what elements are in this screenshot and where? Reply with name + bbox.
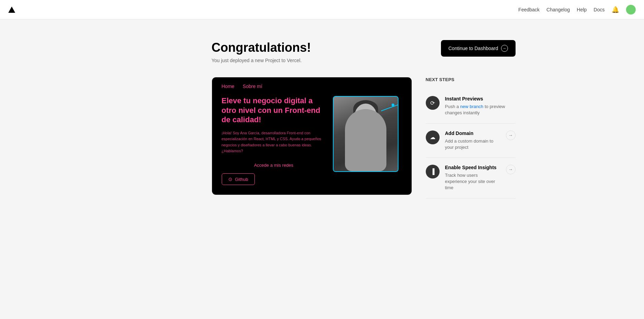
preview-github-button[interactable]: ⊙ Github — [222, 173, 255, 185]
add-domain-arrow-button[interactable]: → — [506, 130, 516, 140]
add-domain-content: Add Domain Add a custom domain to your p… — [445, 130, 500, 151]
preview-heading: Eleve tu negocio digital a otro nivel co… — [222, 96, 326, 125]
preview-nav-home[interactable]: Home — [222, 84, 234, 89]
add-domain-icon-wrap: ☁ — [426, 130, 440, 144]
site-preview-card: Home Sobre mí Eleve tu negocio digital a… — [212, 77, 412, 195]
next-steps-panel: Next Steps ⟳ Instant Previews Push a new… — [426, 77, 516, 198]
add-domain-title: Add Domain — [445, 130, 500, 136]
topnav-logo-area — [8, 7, 15, 13]
step-item-add-domain: ☁ Add Domain Add a custom domain to your… — [426, 124, 516, 158]
next-steps-title: Next Steps — [426, 77, 516, 82]
continue-button-label: Continue to Dashboard — [449, 46, 498, 51]
docs-link[interactable]: Docs — [594, 7, 605, 12]
help-link[interactable]: Help — [577, 7, 587, 12]
preview-image-col — [333, 96, 402, 185]
photo-background — [334, 97, 398, 171]
cyan-line-decoration — [381, 104, 398, 111]
preview-social-link: Accede a mis redes — [222, 163, 326, 168]
step-item-speed-insights: ▐ Enable Speed Insights Track how users … — [426, 158, 516, 199]
feedback-link[interactable]: Feedback — [518, 7, 539, 12]
speed-insights-desc: Track how users experience your site ove… — [445, 172, 500, 191]
preview-photo — [333, 96, 398, 172]
user-avatar[interactable] — [626, 5, 636, 14]
page-subtitle: You just deployed a new Project to Verce… — [212, 58, 311, 63]
instant-previews-content: Instant Previews Push a new branch to pr… — [445, 96, 516, 116]
speed-insights-title: Enable Speed Insights — [445, 165, 500, 170]
title-block: Congratulations! You just deployed a new… — [212, 40, 311, 63]
instant-previews-title: Instant Previews — [445, 96, 516, 102]
instant-previews-icon: ⟳ — [430, 100, 435, 106]
preview-github-label: Github — [235, 177, 248, 182]
vercel-logo-icon — [8, 7, 15, 13]
add-domain-desc: Add a custom domain to your project — [445, 138, 500, 151]
page-header: Congratulations! You just deployed a new… — [212, 40, 516, 63]
preview-nav: Home Sobre mí — [212, 77, 412, 93]
add-domain-cloud-icon: ☁ — [430, 134, 435, 141]
preview-inner: Home Sobre mí Eleve tu negocio digital a… — [212, 77, 412, 195]
new-branch-link[interactable]: new branch — [460, 104, 483, 109]
main-content: Congratulations! You just deployed a new… — [0, 0, 644, 319]
speed-insights-arrow-button[interactable]: → — [506, 165, 516, 174]
preview-text-col: Eleve tu negocio digital a otro nivel co… — [222, 96, 326, 185]
photo-body-shape — [345, 109, 386, 171]
step-item-instant-previews: ⟳ Instant Previews Push a new branch to … — [426, 89, 516, 123]
speed-insights-bar-icon: ▐ — [431, 168, 434, 175]
speed-insights-icon-wrap: ▐ — [426, 165, 440, 178]
continue-arrow-icon: → — [501, 45, 508, 52]
instant-previews-desc: Push a new branch to preview changes ins… — [445, 104, 516, 116]
content-area: Congratulations! You just deployed a new… — [115, 19, 529, 212]
continue-to-dashboard-button[interactable]: Continue to Dashboard → — [441, 40, 516, 57]
preview-description: ¡Hola! Soy Ana García, desarrolladora Fr… — [222, 130, 326, 154]
github-icon: ⊙ — [228, 176, 232, 182]
changelog-link[interactable]: Changelog — [547, 7, 570, 12]
speed-insights-content: Enable Speed Insights Track how users ex… — [445, 165, 500, 191]
two-column-layout: Home Sobre mí Eleve tu negocio digital a… — [212, 77, 516, 198]
notifications-bell-icon[interactable]: 🔔 — [612, 6, 619, 13]
preview-nav-about[interactable]: Sobre mí — [243, 84, 262, 89]
topnav-right-area: Feedback Changelog Help Docs 🔔 — [518, 5, 636, 14]
page-title: Congratulations! — [212, 40, 311, 55]
topnav: Feedback Changelog Help Docs 🔔 — [0, 0, 644, 19]
preview-body: Eleve tu negocio digital a otro nivel co… — [212, 93, 412, 195]
instant-previews-icon-wrap: ⟳ — [426, 96, 440, 110]
